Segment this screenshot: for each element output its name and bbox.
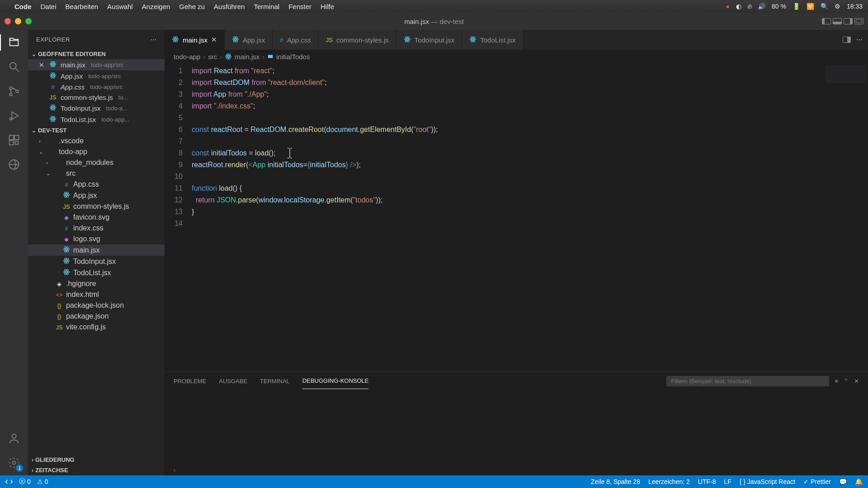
breadcrumb[interactable]: todo-app› src› main.jsx› initialTodos	[165, 50, 868, 63]
display-icon[interactable]: ⎚	[748, 3, 751, 10]
folder-item[interactable]: ›.vscode	[28, 136, 165, 146]
file-item[interactable]: ◆logo.svg	[28, 234, 165, 244]
editor-tab[interactable]: App.jsx	[225, 30, 273, 50]
menu-gehezu[interactable]: Gehe zu	[179, 3, 205, 10]
close-tab-icon[interactable]: ✕	[211, 36, 217, 44]
panel-collapse-icon[interactable]: ⌃	[844, 378, 849, 385]
encoding[interactable]: UTF-8	[698, 478, 716, 485]
control-center-icon[interactable]: ⚙︎	[835, 3, 840, 10]
debug-console-body[interactable]	[165, 390, 868, 465]
feedback-icon[interactable]: 💬	[839, 478, 847, 485]
file-icon: {}	[55, 313, 63, 320]
file-item[interactable]: {}package-lock.json	[28, 300, 165, 311]
prettier-status[interactable]: ✓ Prettier	[803, 478, 831, 485]
app-name[interactable]: Code	[14, 3, 32, 10]
open-editor-item[interactable]: ✕main.jsxtodo-app/src	[28, 59, 165, 70]
editor-tab[interactable]: main.jsx✕	[165, 30, 225, 50]
file-item[interactable]: ◈.hgignore	[28, 278, 165, 289]
file-item[interactable]: main.jsx	[28, 244, 165, 256]
panel-settings-icon[interactable]: ≡	[835, 378, 838, 385]
toggle-panel-icon[interactable]	[833, 18, 842, 24]
accounts-activity-icon[interactable]	[7, 431, 21, 446]
tab-probleme[interactable]: PROBLEME	[174, 373, 206, 389]
errors-count[interactable]: ⓧ 0	[19, 478, 31, 486]
toggle-primary-sidebar-icon[interactable]	[822, 18, 831, 24]
explorer-activity-icon[interactable]	[7, 35, 21, 50]
editor-tab[interactable]: TodoList.jsx	[462, 30, 523, 50]
notifications-icon[interactable]: 🔔	[855, 478, 863, 485]
file-item[interactable]: {}package.json	[28, 311, 165, 322]
tab-more-icon[interactable]: ⋯	[856, 36, 863, 43]
minimize-window-button[interactable]	[15, 18, 21, 24]
editor-tab[interactable]: JScommon-styles.js	[319, 30, 396, 50]
wifi-icon[interactable]: 🛜	[807, 3, 814, 10]
warnings-count[interactable]: ⚠ 0	[37, 478, 48, 485]
menu-fenster[interactable]: Fenster	[288, 3, 311, 10]
file-item[interactable]: TodoList.jsx	[28, 267, 165, 278]
file-item[interactable]: JScommon-styles.js	[28, 201, 165, 212]
panel-filter-input[interactable]	[666, 376, 829, 386]
panel-close-icon[interactable]: ✕	[854, 378, 859, 385]
editor-tab[interactable]: TodoInput.jsx	[396, 30, 462, 50]
file-item[interactable]: #index.css	[28, 223, 165, 234]
file-item[interactable]: <>index.html	[28, 289, 165, 300]
menubar-time[interactable]: 18:33	[847, 3, 863, 10]
debug-activity-icon[interactable]	[7, 108, 21, 123]
cursor-position[interactable]: Zeile 8, Spalte 28	[591, 478, 640, 485]
menu-ausfuehren[interactable]: Ausführen	[214, 3, 245, 10]
menu-auswahl[interactable]: Auswahl	[107, 3, 133, 10]
split-editor-icon[interactable]	[843, 37, 851, 43]
folder-item[interactable]: ⌄todo-app	[28, 146, 165, 157]
open-editor-item[interactable]: TodoInput.jsxtodo-a...	[28, 103, 165, 114]
close-editor-icon[interactable]: ✕	[38, 61, 45, 69]
file-item[interactable]: App.jsx	[28, 190, 165, 201]
remote-status-icon[interactable]	[5, 478, 13, 485]
open-editor-item[interactable]: #App.csstodo-app/src	[28, 82, 165, 92]
tab-debugging-konsole[interactable]: DEBUGGING-KONSOLE	[302, 373, 369, 389]
battery-icon[interactable]: 🔋	[793, 3, 800, 10]
remote-activity-icon[interactable]	[7, 157, 21, 172]
open-editor-item[interactable]: JScommon-styles.jsto...	[28, 92, 165, 103]
settings-activity-icon[interactable]: 1	[7, 455, 21, 470]
file-item[interactable]: JSvite.config.js	[28, 322, 165, 333]
menu-terminal[interactable]: Terminal	[254, 3, 279, 10]
language-mode[interactable]: { } JavaScript React	[740, 478, 795, 485]
search-activity-icon[interactable]	[7, 60, 21, 74]
tab-terminal[interactable]: TERMINAL	[260, 373, 290, 389]
volume-icon[interactable]: 🔊	[758, 3, 765, 10]
explorer-more-icon[interactable]: ⋯	[151, 36, 157, 43]
file-item[interactable]: ◆favicon.svg	[28, 212, 165, 223]
timeline-section[interactable]: ›ZEITACHSE	[28, 465, 165, 475]
file-icon	[62, 257, 71, 266]
open-editors-section[interactable]: ⌄GEÖFFNETE EDITOREN	[28, 49, 165, 59]
tray-icon[interactable]: ◐	[736, 3, 741, 10]
outline-section[interactable]: ›GLIEDERUNG	[28, 455, 165, 465]
menu-hilfe[interactable]: Hilfe	[321, 3, 334, 10]
minimap[interactable]	[826, 65, 866, 83]
tab-ausgabe[interactable]: AUSGABE	[219, 373, 247, 389]
code-content[interactable]: import React from "react"; import ReactD…	[192, 63, 868, 371]
eol[interactable]: LF	[724, 478, 731, 485]
file-item[interactable]: TodoInput.jsx	[28, 256, 165, 267]
menu-anzeigen[interactable]: Anzeigen	[142, 3, 170, 10]
menu-datei[interactable]: Datei	[41, 3, 57, 10]
workspace-section[interactable]: ⌄DEV-TEST	[28, 125, 165, 136]
source-control-activity-icon[interactable]	[7, 84, 21, 99]
explorer-sidebar: EXPLORER ⋯ ⌄GEÖFFNETE EDITOREN ✕main.jsx…	[28, 30, 165, 475]
customize-layout-icon[interactable]	[854, 18, 863, 24]
editor-tab[interactable]: #App.css	[273, 30, 319, 50]
close-window-button[interactable]	[5, 18, 11, 24]
toggle-secondary-sidebar-icon[interactable]	[844, 18, 853, 24]
open-editor-item[interactable]: App.jsxtodo-app/src	[28, 70, 165, 82]
zoom-window-button[interactable]	[25, 18, 32, 24]
search-icon[interactable]: 🔍	[821, 3, 828, 10]
folder-item[interactable]: ⌄src	[28, 168, 165, 179]
folder-item[interactable]: ›node_modules	[28, 157, 165, 168]
open-editor-item[interactable]: TodoList.jsxtodo-app...	[28, 114, 165, 125]
file-item[interactable]: #App.css	[28, 179, 165, 190]
record-icon[interactable]: ●	[726, 3, 730, 10]
code-editor[interactable]: 1234567891011121314 import React from "r…	[165, 63, 868, 371]
indentation[interactable]: Leerzeichen: 2	[648, 478, 690, 485]
menu-bearbeiten[interactable]: Bearbeiten	[66, 3, 99, 10]
extensions-activity-icon[interactable]	[7, 133, 21, 147]
